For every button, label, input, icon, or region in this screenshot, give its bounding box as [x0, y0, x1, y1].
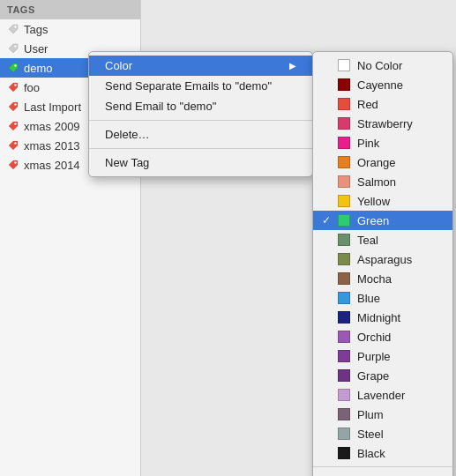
color-item-Lavender[interactable]: Lavender	[313, 385, 452, 405]
color-item-Strawberry[interactable]: Strawberry	[313, 114, 452, 133]
sidebar-item-label: Tags	[24, 23, 48, 36]
color-item-label: Asparagus	[357, 253, 412, 266]
color-item-Green[interactable]: ✓Green	[313, 211, 452, 230]
color-swatch	[338, 78, 350, 91]
tag-icon	[7, 62, 19, 74]
color-item-Mocha[interactable]: Mocha	[313, 269, 452, 288]
menu-separator	[89, 148, 312, 149]
menu-item-Color[interactable]: Color▶	[89, 56, 312, 76]
menu-item-label: Send Email to "demo"	[105, 100, 216, 113]
color-item-Yellow[interactable]: Yellow	[313, 191, 452, 211]
menu-item-label: New Tag	[105, 156, 149, 169]
svg-point-7	[14, 161, 16, 163]
color-swatch	[338, 311, 350, 324]
color-swatch	[338, 428, 350, 440]
svg-point-6	[14, 142, 16, 144]
sidebar-item-label: User	[24, 42, 48, 56]
color-item-label: Steel	[357, 428, 384, 441]
sidebar-header: TAGS	[0, 0, 140, 19]
color-swatch	[338, 234, 350, 246]
color-swatch	[338, 137, 350, 149]
color-item-Black[interactable]: Black	[313, 443, 452, 463]
color-item-Grape[interactable]: Grape	[313, 366, 452, 385]
color-submenu: No ColorCayenneRedStrawberryPinkOrangeSa…	[312, 51, 453, 476]
color-item-label: Orchid	[357, 331, 391, 344]
color-item-label: Orange	[357, 156, 395, 169]
color-item-label: Black	[357, 447, 385, 460]
color-item-label: Teal	[357, 234, 378, 247]
color-item-Salmon[interactable]: Salmon	[313, 172, 452, 191]
color-item-label: Cayenne	[357, 78, 403, 92]
submenu-arrow-icon: ▶	[289, 61, 296, 71]
color-swatch	[338, 447, 350, 459]
color-item-label: No Color	[357, 59, 402, 72]
color-swatch	[338, 253, 350, 265]
svg-point-5	[14, 123, 16, 124]
color-swatch	[338, 272, 350, 285]
color-item-Plum[interactable]: Plum	[313, 405, 452, 424]
color-other-item[interactable]: Other…	[313, 471, 452, 476]
color-item-Purple[interactable]: Purple	[313, 346, 452, 366]
color-swatch	[338, 331, 350, 343]
sidebar-item-label: demo	[24, 62, 53, 75]
color-item-Blue[interactable]: Blue	[313, 288, 452, 308]
menu-item-label: Delete…	[105, 128, 150, 141]
color-swatch	[338, 292, 350, 304]
context-menu-items: Color▶Send Separate Emails to "demo"Send…	[89, 56, 312, 173]
tag-icon	[7, 81, 19, 93]
color-items: No ColorCayenneRedStrawberryPinkOrangeSa…	[313, 56, 452, 463]
color-item-label: Salmon	[357, 175, 396, 189]
sidebar-item-label: xmas 2009	[24, 120, 80, 133]
color-swatch	[338, 350, 350, 362]
color-item-Orange[interactable]: Orange	[313, 152, 452, 172]
svg-point-0	[14, 26, 16, 27]
menu-item-Send_Email_to_demo[interactable]: Send Email to "demo"	[89, 96, 312, 116]
color-item-label: Green	[357, 214, 389, 227]
color-item-Teal[interactable]: Teal	[313, 230, 452, 249]
sidebar-item-label: Last Import	[24, 100, 81, 114]
color-item-label: Mocha	[357, 272, 392, 286]
menu-separator	[89, 120, 312, 121]
color-item-Orchid[interactable]: Orchid	[313, 327, 452, 346]
sidebar-item-label: xmas 2013	[24, 139, 80, 152]
color-swatch	[338, 214, 350, 227]
color-swatch	[338, 195, 350, 207]
color-item-Red[interactable]: Red	[313, 94, 452, 114]
color-item-Steel[interactable]: Steel	[313, 424, 452, 443]
menu-item-New_Tag[interactable]: New Tag	[89, 152, 312, 173]
menu-item-Send_Separate_Emails_to_demo[interactable]: Send Separate Emails to "demo"	[89, 76, 312, 96]
color-item-Midnight[interactable]: Midnight	[313, 308, 452, 327]
svg-point-2	[14, 64, 16, 66]
color-item-label: Red	[357, 98, 378, 111]
color-item-label: Strawberry	[357, 117, 413, 130]
color-item-label: Blue	[357, 292, 380, 305]
sidebar-item-label: foo	[24, 81, 40, 94]
menu-item-Delete[interactable]: Delete…	[89, 124, 312, 145]
color-swatch	[338, 175, 350, 188]
color-swatch	[338, 117, 350, 130]
color-item-label: Pink	[357, 137, 379, 150]
svg-point-4	[14, 103, 16, 105]
menu-item-label: Send Separate Emails to "demo"	[105, 79, 272, 93]
color-item-Pink[interactable]: Pink	[313, 133, 452, 152]
color-checkmark: ✓	[322, 214, 336, 227]
color-item-label: Grape	[357, 369, 389, 383]
color-swatch	[338, 408, 350, 420]
color-item-No_Color[interactable]: No Color	[313, 56, 452, 75]
color-swatch	[338, 389, 350, 401]
tag-icon	[7, 100, 19, 113]
menu-item-label: Color	[105, 59, 132, 72]
color-item-label: Plum	[357, 408, 384, 421]
context-menu: Color▶Send Separate Emails to "demo"Send…	[88, 51, 313, 177]
sidebar-header-label: TAGS	[7, 4, 35, 15]
sidebar-item-Tags[interactable]: Tags	[0, 19, 140, 39]
color-swatch	[338, 369, 350, 382]
color-item-Asparagus[interactable]: Asparagus	[313, 249, 452, 269]
tag-icon	[7, 23, 19, 35]
color-item-label: Purple	[357, 350, 391, 363]
color-submenu-separator	[313, 466, 452, 467]
sidebar-item-label: xmas 2014	[24, 159, 80, 172]
color-swatch	[338, 156, 350, 168]
color-swatch	[338, 59, 350, 71]
color-item-Cayenne[interactable]: Cayenne	[313, 75, 452, 94]
